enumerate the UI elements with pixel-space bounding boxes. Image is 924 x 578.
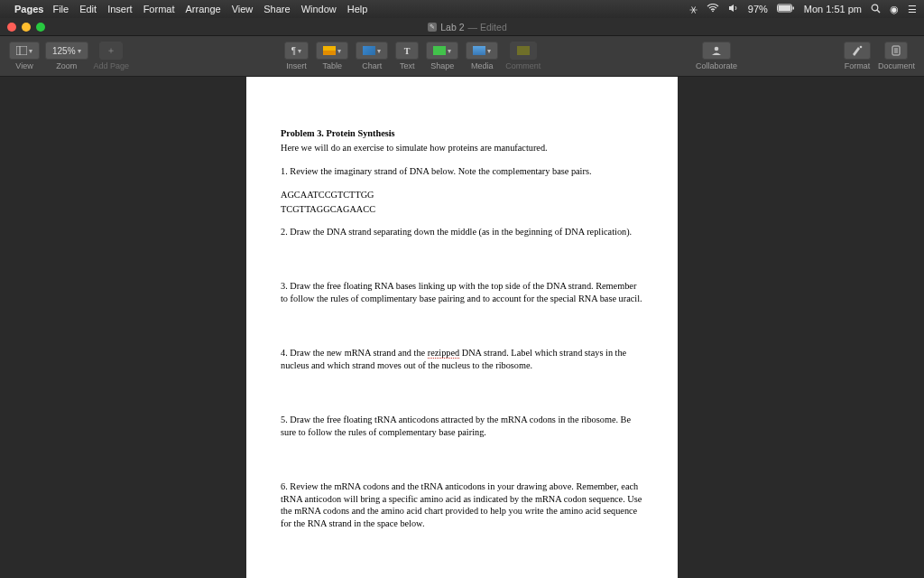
step-1[interactable]: 1. Review the imaginary strand of DNA be…: [281, 165, 643, 178]
view-button[interactable]: ▾: [9, 42, 40, 60]
dna-strand-1[interactable]: AGCAATCCGTCTTGG: [281, 189, 643, 201]
comment-button[interactable]: [510, 42, 537, 60]
table-label: Table: [322, 61, 342, 70]
svg-point-4: [872, 5, 878, 11]
traffic-lights: [7, 23, 45, 32]
toolbar: ▾ View 125%▾ Zoom ＋ Add Page ¶▾ Insert ▾…: [0, 36, 924, 77]
step-6[interactable]: 6. Review the mRNA codons and the tRNA a…: [281, 480, 643, 531]
menubar: Pages File Edit Insert Format Arrange Vi…: [0, 0, 924, 18]
close-button[interactable]: [7, 23, 16, 32]
battery-icon[interactable]: [777, 4, 795, 14]
notification-center-icon[interactable]: ☰: [908, 4, 917, 15]
shape-label: Shape: [430, 61, 454, 70]
svg-rect-2: [778, 5, 790, 11]
spotlight-icon[interactable]: [871, 4, 881, 15]
fullscreen-button[interactable]: [36, 23, 45, 32]
menu-view[interactable]: View: [232, 4, 254, 14]
step-4[interactable]: 4. Draw the new mRNA strand and the rezi…: [281, 347, 643, 372]
svg-rect-6: [16, 46, 27, 55]
document-icon: ✎: [428, 23, 437, 32]
comment-label: Comment: [505, 61, 541, 70]
svg-point-9: [860, 46, 863, 49]
svg-line-5: [877, 10, 880, 13]
workspace[interactable]: Problem 3. Protein Synthesis Here we wil…: [0, 77, 924, 578]
step-5[interactable]: 5. Draw the free floating tRNA anticodon…: [281, 414, 643, 439]
volume-icon[interactable]: [728, 4, 739, 14]
minimize-button[interactable]: [22, 23, 31, 32]
step-2[interactable]: 2. Draw the DNA strand separating down t…: [281, 226, 643, 238]
view-label: View: [15, 61, 32, 70]
document-title[interactable]: Lab 2: [440, 22, 464, 33]
table-button[interactable]: ▾: [316, 42, 348, 60]
menu-share[interactable]: Share: [263, 4, 290, 14]
menu-help[interactable]: Help: [347, 4, 368, 14]
collaborate-label: Collaborate: [696, 61, 737, 70]
intro-text[interactable]: Here we will do an exercise to simulate …: [281, 142, 643, 154]
step-4a: 4. Draw the new mRNA strand and the: [281, 348, 428, 358]
app-name[interactable]: Pages: [14, 4, 43, 14]
zoom-value: 125%: [52, 46, 76, 56]
menu-file[interactable]: File: [52, 4, 69, 14]
edited-indicator: — Edited: [468, 22, 507, 33]
format-label: Format: [845, 61, 871, 70]
misspelled-word[interactable]: rezipped: [428, 348, 459, 359]
shape-button[interactable]: ▾: [426, 42, 458, 60]
problem-title[interactable]: Problem 3. Protein Synthesis: [281, 127, 643, 140]
add-page-label: Add Page: [94, 61, 130, 70]
text-button[interactable]: T: [395, 42, 419, 60]
zoom-select[interactable]: 125%▾: [45, 42, 88, 60]
chart-button[interactable]: ▾: [356, 42, 388, 60]
menu-arrange[interactable]: Arrange: [185, 4, 220, 14]
text-label: Text: [400, 61, 415, 70]
format-button[interactable]: [844, 42, 871, 60]
insert-label: Insert: [286, 61, 307, 70]
document-label: Document: [878, 61, 915, 70]
zoom-label: Zoom: [56, 61, 77, 70]
menu-insert[interactable]: Insert: [107, 4, 133, 14]
insert-button[interactable]: ¶▾: [284, 42, 309, 60]
siri-icon[interactable]: ◉: [890, 4, 899, 15]
collaborate-button[interactable]: [702, 42, 731, 60]
svg-rect-3: [792, 7, 794, 10]
clock[interactable]: Mon 1:51 pm: [804, 4, 862, 14]
media-button[interactable]: ▾: [466, 42, 498, 60]
menu-format[interactable]: Format: [143, 4, 175, 14]
window-titlebar: ✎ Lab 2 — Edited: [0, 18, 924, 36]
svg-point-0: [712, 10, 714, 12]
bluetooth-icon[interactable]: ⚹: [689, 4, 698, 15]
document-button[interactable]: [884, 42, 908, 60]
svg-point-8: [715, 47, 719, 51]
document-page[interactable]: Problem 3. Protein Synthesis Here we wil…: [246, 77, 678, 578]
menu-window[interactable]: Window: [301, 4, 337, 14]
media-label: Media: [471, 61, 494, 70]
step-3[interactable]: 3. Draw the free floating RNA bases link…: [281, 280, 643, 305]
chart-label: Chart: [362, 61, 382, 70]
dna-strand-2[interactable]: TCGTTAGGCAGAACC: [281, 203, 643, 216]
battery-percent[interactable]: 97%: [748, 4, 768, 14]
add-page-button[interactable]: ＋: [99, 42, 123, 60]
wifi-icon[interactable]: [707, 4, 719, 14]
menu-edit[interactable]: Edit: [79, 4, 97, 14]
